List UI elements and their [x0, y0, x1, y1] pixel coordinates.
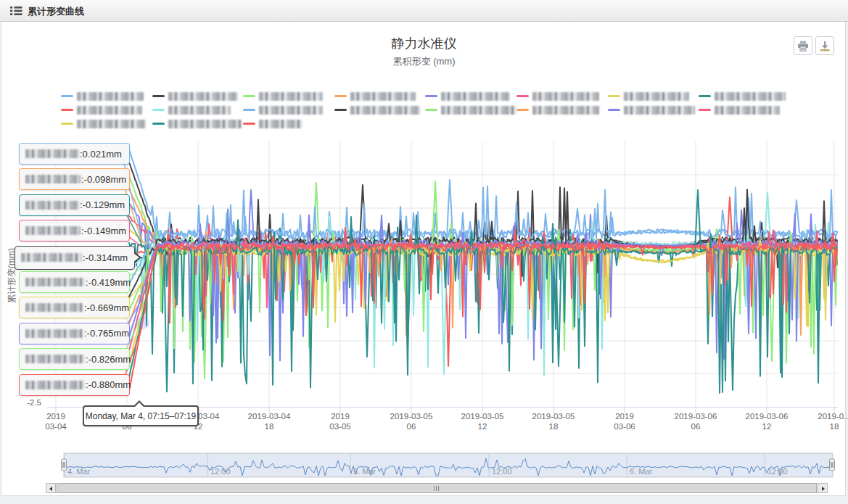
series-marker-icon: [61, 109, 73, 111]
tooltip-series-name-redacted: [25, 381, 85, 389]
legend-item[interactable]: [243, 117, 334, 131]
legend-item[interactable]: [243, 103, 334, 117]
x-axis-label: 2019-03-0418: [248, 412, 291, 431]
series-marker-icon: [243, 109, 255, 111]
series-label-redacted: [168, 106, 231, 115]
tooltip-series-name-redacted: [25, 175, 81, 183]
legend-item[interactable]: [334, 103, 426, 117]
tooltip-series-name-redacted: [25, 355, 85, 363]
series-label-redacted: [441, 106, 516, 115]
series-marker-icon: [243, 95, 255, 97]
series-label-redacted: [77, 106, 142, 115]
series-marker-icon: [334, 95, 347, 97]
tooltip-box: :-0.669mm: [19, 297, 130, 318]
printer-icon: [797, 41, 809, 51]
series-marker-icon: [152, 123, 165, 125]
scrollbar-grip-icon: [434, 486, 440, 491]
series-marker-icon: [152, 95, 165, 97]
series-marker-icon: [425, 95, 437, 97]
series-label-redacted: [532, 92, 599, 101]
download-chart-button[interactable]: [815, 36, 834, 55]
series-label-redacted: [532, 106, 599, 115]
series-marker-icon: [516, 95, 529, 97]
series-marker-icon: [61, 123, 73, 125]
scrollbar-left-button[interactable]: [46, 483, 56, 493]
download-icon: [819, 41, 831, 51]
legend-item[interactable]: [152, 103, 244, 117]
legend-item[interactable]: [61, 89, 152, 103]
series-marker-icon: [152, 109, 165, 111]
legend-item[interactable]: [699, 103, 790, 117]
x-axis-label: 201903-04: [45, 412, 67, 431]
series-label-redacted: [259, 106, 323, 115]
print-chart-button[interactable]: [794, 36, 812, 55]
legend-item[interactable]: [425, 89, 516, 103]
tooltip-series-name-redacted: [25, 201, 79, 210]
tooltip-series-name-redacted: [25, 278, 85, 286]
legend-item[interactable]: [334, 89, 426, 103]
series-marker-icon: [334, 109, 347, 111]
legend-item[interactable]: [243, 89, 334, 103]
navigator-axis-label: 12:00: [210, 467, 231, 476]
series-label-redacted: [624, 92, 689, 101]
legend-item[interactable]: [152, 89, 244, 103]
tooltip-value: :-0.880mm: [86, 379, 131, 390]
arrow-left-icon: [49, 487, 52, 491]
tooltip-box: :-0.129mm: [19, 194, 130, 216]
series-marker-icon: [699, 109, 711, 111]
chart-title: 静力水准仪: [0, 35, 848, 52]
x-axis-label: 2019-03-0612: [746, 412, 789, 431]
tooltip-box: :-0.880mm: [19, 374, 130, 396]
tooltip-series-name-redacted: [25, 226, 81, 235]
legend-item[interactable]: [61, 103, 152, 117]
series-label-redacted: [77, 92, 144, 101]
tooltip-date-label: Monday, Mar 4, 07:15–07:19: [86, 411, 197, 421]
tooltip-box: :-0.826mm: [19, 348, 130, 370]
scrollbar-right-button[interactable]: [818, 483, 828, 493]
x-axis-label: 2019-03-0506: [390, 412, 433, 431]
arrow-right-icon: [822, 487, 825, 491]
navigator-left-handle[interactable]: [62, 459, 67, 471]
navigator-right-handle[interactable]: [830, 459, 835, 471]
series-label-redacted: [350, 92, 416, 101]
legend-item[interactable]: [699, 89, 790, 103]
series-label-redacted: [168, 120, 242, 128]
navigator-mask[interactable]: [64, 453, 833, 477]
series-marker-icon: [516, 109, 529, 111]
app-window: 累计形变曲线 静力水准仪 累积形变 (mm) 累计形变(mm)201903-04…: [0, 0, 848, 504]
x-axis-label: 2019-03-0606: [675, 412, 717, 431]
scrollbar-thumb[interactable]: [57, 483, 817, 493]
tooltip-box: :-0.314mm: [15, 246, 135, 270]
x-axis-label: 2019-0...18: [818, 412, 848, 431]
navigator-axis-label: 6. Mar: [630, 467, 653, 476]
series-label-redacted: [350, 106, 420, 115]
legend-item[interactable]: [61, 117, 152, 131]
series-marker-icon: [425, 109, 437, 111]
legend-item[interactable]: [608, 103, 699, 117]
tooltip-series-name-redacted: [25, 149, 79, 158]
navigator-axis-label: 5. Mar: [353, 467, 376, 476]
tooltip-box: :-0.149mm: [19, 220, 130, 241]
series-marker-icon: [243, 123, 255, 125]
series-label-redacted: [715, 106, 780, 115]
legend-item[interactable]: [516, 103, 608, 117]
tooltip-box: :-0.419mm: [19, 271, 130, 293]
tooltip-series-name-redacted: [25, 329, 83, 338]
y-axis-label: -2.5: [27, 398, 41, 407]
series-label-redacted: [624, 106, 695, 115]
navigator-axis-label: 12:00: [767, 467, 788, 476]
x-axis-label: 2019-03-0518: [532, 412, 575, 431]
legend-item[interactable]: [425, 103, 516, 117]
navigator-axis-label: 4. Mar: [67, 467, 91, 476]
legend-item[interactable]: [516, 89, 608, 103]
tooltip-series-name-redacted: [25, 303, 83, 312]
tooltip-date-box: Monday, Mar 4, 07:15–07:19: [83, 405, 199, 426]
series-marker-icon: [699, 95, 711, 97]
tooltip-value: :-0.765mm: [84, 328, 129, 339]
series-label-redacted: [168, 92, 238, 101]
legend: [61, 89, 791, 131]
legend-item[interactable]: [152, 117, 244, 131]
legend-item[interactable]: [608, 89, 699, 103]
chart-subtitle: 累积形变 (mm): [0, 55, 848, 68]
series-label-redacted: [259, 92, 323, 101]
